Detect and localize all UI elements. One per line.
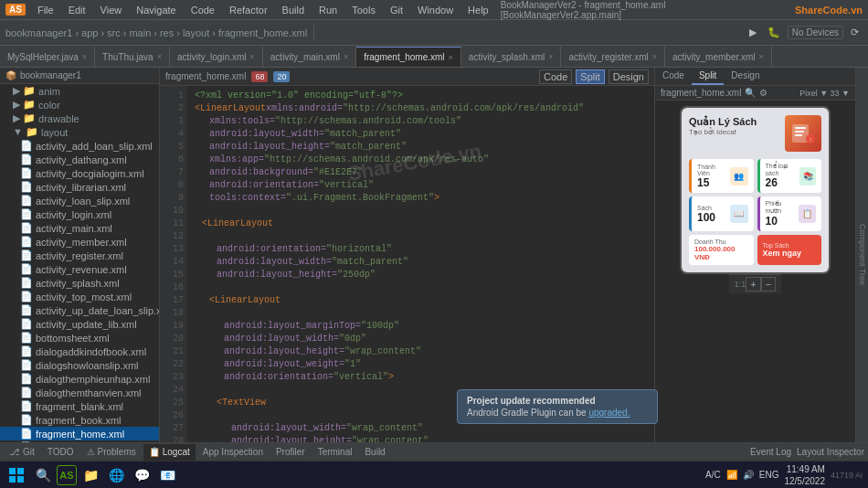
tab-activity-login-close[interactable]: × [250, 52, 255, 61]
tree-dialogthem-thanvien[interactable]: 📄 dialogthemthanvien.xml [0, 386, 159, 399]
zoom-in-button[interactable]: + [746, 277, 760, 292]
preview-tab-code[interactable]: Code [655, 68, 692, 85]
sync-button[interactable]: ⟳ [847, 25, 863, 40]
breadcrumb-src[interactable]: src [107, 27, 121, 38]
menu-file[interactable]: File [35, 3, 57, 17]
email-icon[interactable]: 📧 [155, 463, 179, 487]
tab-mysqlhelper[interactable]: MySqlHelper.java × [0, 47, 95, 67]
tree-file-label: dialogthemthanvien.xml [36, 387, 142, 398]
tab-activity-main[interactable]: activity_main.xml × [263, 47, 356, 67]
explorer-icon[interactable]: 📁 [79, 463, 102, 487]
tree-color[interactable]: ▶ 📁 color [0, 98, 159, 111]
tree-activity-dathang[interactable]: 📄 activity_dathang.xml [0, 153, 159, 166]
tree-activity-member[interactable]: 📄 activity_member.xml [0, 235, 159, 249]
tab-activity-main-close[interactable]: × [344, 52, 348, 61]
taskbar-studio-icon[interactable]: AS [57, 465, 77, 485]
tab-mysqlhelper-close[interactable]: × [82, 52, 87, 61]
menu-refactor[interactable]: Refactor [227, 3, 270, 17]
menu-view[interactable]: View [98, 3, 125, 17]
menu-build[interactable]: Build [280, 3, 307, 17]
tab-thuthu[interactable]: ThuThu.java × [95, 47, 170, 67]
tree-activity-docgia[interactable]: 📄 activity_docgialogim.xml [0, 166, 159, 180]
tree-fragment-book[interactable]: 📄 fragment_book.xml [0, 413, 159, 427]
tree-activity-main[interactable]: 📄 activity_main.xml [0, 221, 159, 235]
run-app-button[interactable]: ▶ [746, 25, 760, 40]
breadcrumb-project[interactable]: bookmanager1 [5, 27, 72, 38]
breadcrumb-main[interactable]: main [129, 27, 151, 38]
tab-activity-login[interactable]: activity_login.xml × [170, 47, 263, 67]
tree-activity-update-lib[interactable]: 📄 activity_update_lib.xml [0, 317, 159, 331]
tree-drawable[interactable]: ▶ 📁 drawable [0, 111, 159, 125]
bottom-tab-terminal[interactable]: Terminal [312, 444, 358, 461]
layout-inspector-link[interactable]: Layout Inspector [797, 447, 864, 457]
tab-activity-splash[interactable]: activity_splash.xml × [461, 47, 562, 67]
tab-activity-register-close[interactable]: × [652, 52, 657, 61]
tree-dialogadd[interactable]: 📄 dialogaddkindofbook.xml [0, 345, 159, 358]
tree-bottomsheet[interactable]: 📄 bottomsheet.xml [0, 331, 159, 345]
menu-help[interactable]: Help [465, 3, 492, 17]
menu-git[interactable]: Git [387, 3, 406, 17]
tree-fragment-home[interactable]: 📄 fragment_home.xml [0, 427, 159, 440]
event-log-link[interactable]: Event Log [750, 447, 791, 457]
svg-rect-9 [17, 476, 24, 483]
preview-tab-split[interactable]: Split [692, 68, 724, 85]
tree-activity-login[interactable]: 📄 activity_login.xml [0, 207, 159, 221]
debug-button[interactable]: 🐛 [764, 25, 784, 40]
bottom-tab-app-inspection[interactable]: App Inspection [197, 444, 269, 461]
tree-activity-up-date[interactable]: 📄 activity_up_date_loan_slip.xml [0, 303, 159, 317]
chat-icon[interactable]: 💬 [130, 463, 153, 487]
tree-activity-add-loan[interactable]: 📄 activity_add_loan_slip.xml [0, 139, 159, 153]
settings-icon[interactable]: ⚙ [759, 88, 767, 98]
update-link[interactable]: upgraded. [588, 408, 630, 418]
browser-icon[interactable]: 🌐 [104, 463, 128, 487]
bottom-tab-todo[interactable]: TODO [42, 444, 79, 461]
breadcrumb-res[interactable]: res [160, 27, 174, 38]
tab-activity-register[interactable]: activity_register.xml × [561, 47, 665, 67]
tab-fragment-home[interactable]: fragment_home.xml × [356, 47, 461, 67]
menu-code[interactable]: Code [188, 3, 217, 17]
tab-activity-member-close[interactable]: × [759, 52, 764, 61]
device-selector[interactable]: No Devices [788, 26, 843, 39]
tree-activity-loan[interactable]: 📄 activity_loan_slip.xml [0, 194, 159, 207]
search-icon[interactable]: 🔍 [745, 88, 756, 98]
breadcrumb-layout[interactable]: layout [183, 27, 209, 38]
device-info[interactable]: Pixel ▼ 33 ▼ [799, 89, 850, 98]
bottom-tab-logcat[interactable]: 📋 Logcat [143, 444, 196, 461]
menu-tools[interactable]: Tools [349, 3, 378, 17]
split-mode-button[interactable]: Split [576, 69, 604, 84]
tab-activity-splash-close[interactable]: × [548, 52, 553, 61]
tree-activity-register[interactable]: 📄 activity_register.xml [0, 249, 159, 262]
tab-fragment-home-close[interactable]: × [449, 53, 453, 62]
preview-tab-design[interactable]: Design [724, 68, 767, 85]
tree-dialogshow[interactable]: 📄 dialogshowloanslip.xml [0, 358, 159, 372]
component-tree-panel[interactable]: Component Tree [855, 68, 868, 442]
tree-activity-top-most[interactable]: 📄 activity_top_most.xml [0, 290, 159, 303]
menu-run[interactable]: Run [316, 3, 340, 17]
design-mode-button[interactable]: Design [609, 69, 649, 84]
menu-window[interactable]: Window [415, 3, 456, 17]
menu-navigate[interactable]: Navigate [133, 3, 178, 17]
start-button[interactable] [5, 464, 27, 486]
tab-activity-member[interactable]: activity_member.xml × [665, 47, 772, 67]
breadcrumb-file[interactable]: fragment_home.xml [218, 27, 307, 38]
bottom-tab-build[interactable]: Build [359, 444, 390, 461]
tree-activity-splash[interactable]: 📄 activity_splash.xml [0, 276, 159, 290]
tree-layout[interactable]: ▼ 📁 layout [0, 125, 159, 139]
code-mode-button[interactable]: Code [539, 69, 572, 84]
bottom-tab-git[interactable]: ⎇ Git [4, 444, 40, 461]
bottom-tab-problems[interactable]: ⚠ Problems [81, 444, 142, 461]
tree-file-label: dialogshowloanslip.xml [36, 360, 139, 371]
menu-edit[interactable]: Edit [66, 3, 89, 17]
tree-activity-librarian[interactable]: 📄 activity_librarian.xml [0, 180, 159, 194]
tree-fragment-blank[interactable]: 📄 fragment_blank.xml [0, 399, 159, 413]
tree-dialogthem-phieu[interactable]: 📄 dialogthemphieunhap.xml [0, 372, 159, 386]
tab-thuthu-close[interactable]: × [157, 52, 162, 61]
breadcrumb-app[interactable]: app [81, 27, 98, 38]
search-taskbar-icon[interactable]: 🔍 [31, 463, 55, 487]
tree-activity-revenue[interactable]: 📄 activity_revenue.xml [0, 262, 159, 276]
bottom-tab-profiler[interactable]: Profiler [270, 444, 311, 461]
keyboard-layout[interactable]: ENG [759, 470, 779, 480]
zoom-out-button[interactable]: − [761, 277, 776, 292]
tree-anim[interactable]: ▶ 📁 anim [0, 84, 159, 98]
tree-fragment-kindofbook[interactable]: 📄 fragment_kindofbook.xml [0, 440, 159, 442]
